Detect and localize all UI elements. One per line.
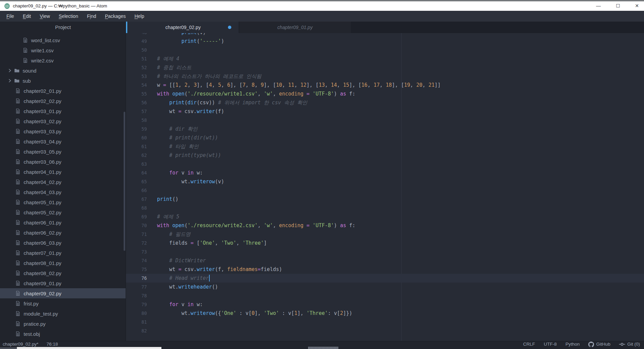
code-token: 'Two' (264, 310, 279, 316)
code-line[interactable]: 78 (126, 291, 644, 300)
menu-item-packages[interactable]: Packages (101, 11, 130, 22)
status-language[interactable]: Python (565, 341, 579, 347)
status-line-ending[interactable]: CRLF (523, 341, 535, 347)
tree-item-chapter06_02.py[interactable]: chapter06_02.py (0, 227, 126, 238)
code-line[interactable]: 53# 하나의 리스트가 하나의 레코드로 인식됨 (126, 72, 644, 81)
tree-item-test.obj[interactable]: test.obj (0, 329, 126, 339)
code-line[interactable]: 77 wt.writeheader() (126, 283, 644, 291)
tab-chapter09_01[interactable]: chapter09_01.py (239, 22, 351, 33)
status-github[interactable]: GitHub (588, 341, 610, 347)
maximize-button[interactable]: ☐ (610, 1, 626, 11)
menu-item-view[interactable]: View (35, 11, 54, 22)
chevron-right-icon[interactable] (7, 78, 12, 83)
code-line[interactable]: 48 print(v) (126, 33, 644, 37)
code-token (157, 135, 169, 141)
code-line[interactable]: 61 # 타입 확인 (126, 142, 644, 151)
status-filename[interactable]: chapter09_02.py* (3, 341, 38, 347)
code-line[interactable]: 80 wt.writerow({'One' : v[0], 'Two' : v[… (126, 309, 644, 318)
tab-chapter09_02[interactable]: chapter09_02.py (127, 22, 239, 33)
tree-item-frist.py[interactable]: frist.py (0, 298, 126, 308)
tree-item-sub[interactable]: sub (0, 76, 126, 86)
tree-item-chapter03_05.py[interactable]: chapter03_05.py (0, 146, 126, 157)
tree-item-chapter03_04.py[interactable]: chapter03_04.py (0, 136, 126, 146)
code-line[interactable]: 65 wt.writerow(v) (126, 177, 644, 186)
menu-item-help[interactable]: Help (130, 11, 149, 22)
tree-item-chapter03_01.py[interactable]: chapter03_01.py (0, 106, 126, 116)
close-button[interactable]: ✕ (630, 1, 644, 11)
code-region[interactable]: 48 print(v)49 print('-----')5051# 예제 452… (126, 33, 644, 341)
tree-item-chapter03_03.py[interactable]: chapter03_03.py (0, 126, 126, 136)
modified-dot-icon[interactable] (228, 26, 231, 29)
code-line[interactable]: 56 print(dir(csv)) # 위에서 import 한 csv 속성… (126, 98, 644, 107)
code-line[interactable]: 75 wt = csv.writer(f, fieldnames=fields) (126, 265, 644, 274)
menu-item-file[interactable]: File (2, 11, 19, 22)
code-line[interactable]: 69# 예제 5 (126, 212, 644, 221)
tree-item-chapter05_02.py[interactable]: chapter05_02.py (0, 207, 126, 217)
tree-item-label: chapter03_01.py (24, 108, 61, 114)
minimize-button[interactable]: — (591, 1, 606, 11)
menu-item-find[interactable]: Find (82, 11, 100, 22)
tree-item-chapter02_01.py[interactable]: chapter02_01.py (0, 86, 126, 96)
tree-item-pratice.py[interactable]: pratice.py (0, 319, 126, 329)
tree-scrollbar-thumb[interactable] (124, 112, 125, 251)
tree-item-chapter07_01.py[interactable]: chapter07_01.py (0, 248, 126, 258)
tree-item-chapter03_06.py[interactable]: chapter03_06.py (0, 157, 126, 167)
menu-item-selection[interactable]: Selection (54, 11, 83, 22)
tree-item-chapter04_01.py[interactable]: chapter04_01.py (0, 167, 126, 177)
tree-item-sound[interactable]: sound (0, 65, 126, 76)
code-line[interactable]: 63 (126, 160, 644, 168)
tree-item-chapter05_01.py[interactable]: chapter05_01.py (0, 197, 126, 207)
code-line[interactable]: 60 # print(dir(wt)) (126, 133, 644, 142)
code-token (169, 91, 172, 97)
code-line[interactable]: 50 (126, 46, 644, 54)
code-line[interactable]: 58 (126, 116, 644, 125)
code-line[interactable]: 51# 예제 4 (126, 54, 644, 63)
code-line[interactable]: 52# 중첩 리스트 (126, 63, 644, 72)
tree-item-chapter06_01.py[interactable]: chapter06_01.py (0, 217, 126, 227)
code-text: fields = ['One', 'Two', 'Three'] (157, 239, 267, 247)
code-token: , (422, 82, 429, 88)
code-text: # DictWriter (157, 256, 206, 265)
code-line[interactable]: 62 # print(type(wt)) (126, 151, 644, 160)
code-line[interactable]: 74 # DictWriter (126, 256, 644, 265)
tree-item-write1.csv[interactable]: write1.csv (0, 45, 126, 55)
code-line[interactable]: 54w = [[1, 2, 3], [4, 5, 6], [7, 8, 9], … (126, 81, 644, 89)
code-line[interactable]: 73 (126, 247, 644, 256)
code-token: as (340, 222, 346, 229)
code-comment: # 위에서 import 한 csv 속성 확인 (218, 100, 308, 106)
tree-item-module_test.py[interactable]: module_test.py (0, 308, 126, 319)
code-line[interactable]: 68 (126, 204, 644, 212)
line-number: 49 (126, 37, 147, 46)
code-line[interactable]: 70with open('./resource/write2.csv', 'w'… (126, 221, 644, 230)
code-line[interactable]: 55with open('./resource/write1.csv', 'w'… (126, 89, 644, 98)
tree-item-chapter08_02.py[interactable]: chapter08_02.py (0, 268, 126, 278)
code-line[interactable]: 82 (126, 326, 644, 335)
status-git[interactable]: Git (0) (619, 341, 640, 347)
code-line[interactable]: 79 for v in w: (126, 300, 644, 309)
tree-item-word_list.csv[interactable]: word_list.csv (0, 35, 126, 45)
code-line[interactable]: 72 fields = ['One', 'Two', 'Three'] (126, 239, 644, 247)
status-encoding[interactable]: UTF-8 (544, 341, 557, 347)
code-line[interactable]: 64 for v in w: (126, 168, 644, 177)
code-line[interactable]: 71 # 필드명 (126, 230, 644, 239)
tree-item-chapter08_01.py[interactable]: chapter08_01.py (0, 258, 126, 268)
code-line[interactable]: 67print() (126, 195, 644, 204)
tree-item-chapter09_01.py[interactable]: chapter09_01.py (0, 278, 126, 288)
code-line[interactable]: 59 # dir 확인 (126, 125, 644, 133)
chevron-right-icon[interactable] (7, 68, 12, 73)
tree-item-chapter02_02.py[interactable]: chapter02_02.py (0, 96, 126, 106)
code-token: ], [ (230, 82, 242, 88)
code-line[interactable]: 57 wt = csv.writer(f) (126, 107, 644, 116)
tree-item-chapter03_02.py[interactable]: chapter03_02.py (0, 116, 126, 126)
tree-item-chapter09_02.py[interactable]: chapter09_02.py (0, 288, 126, 298)
menu-item-edit[interactable]: Edit (19, 11, 35, 22)
tree-item-chapter06_03.py[interactable]: chapter06_03.py (0, 238, 126, 248)
tree-item-chapter04_02.py[interactable]: chapter04_02.py (0, 177, 126, 187)
code-line[interactable]: 76 # Head writer (126, 274, 644, 283)
code-line[interactable]: 66 (126, 186, 644, 195)
tree-item-chapter04_03.py[interactable]: chapter04_03.py (0, 187, 126, 197)
tree-item-write2.csv[interactable]: write2.csv (0, 55, 126, 65)
code-line[interactable]: 81 (126, 318, 644, 326)
status-cursor-position[interactable]: 76:18 (47, 341, 58, 347)
code-line[interactable]: 49 print('-----') (126, 37, 644, 46)
